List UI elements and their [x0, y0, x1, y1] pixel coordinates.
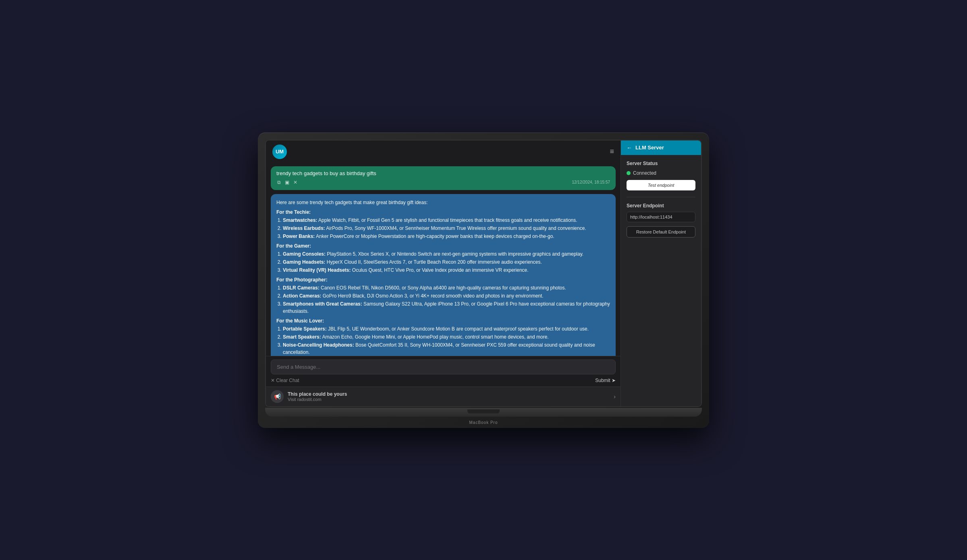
- laptop-brand-label: MacBook Pro: [265, 417, 702, 428]
- panel-content: Server Status Connected Test endpoint Se…: [621, 155, 701, 406]
- techie-item-2: Wireless Earbuds: AirPods Pro, Sony WF-1…: [283, 225, 610, 232]
- app-container: UM ≡ trendy tech gadgets to buy as birth…: [266, 141, 701, 406]
- ad-icon: 📢: [271, 390, 284, 403]
- user-message: trendy tech gadgets to buy as birthday g…: [271, 166, 616, 190]
- music-item-1: Portable Speakers: JBL Flip 5, UE Wonder…: [283, 325, 610, 333]
- laptop-shell: UM ≡ trendy tech gadgets to buy as birth…: [258, 132, 709, 428]
- restore-default-button[interactable]: Restore Default Endpoint: [627, 226, 695, 238]
- app-header: UM ≡: [266, 141, 620, 163]
- section-techie-title: For the Techie:: [276, 209, 610, 216]
- photo-item-1: DSLR Cameras: Canon EOS Rebel T8i, Nikon…: [283, 284, 610, 291]
- left-panel: UM ≡ trendy tech gadgets to buy as birth…: [266, 141, 620, 406]
- gamer-item-3: Virtual Reality (VR) Headsets: Oculus Qu…: [283, 267, 610, 274]
- panel-header: ← LLM Server: [621, 141, 701, 155]
- message-input[interactable]: [271, 360, 616, 374]
- gamer-item-2: Gaming Headsets: HyperX Cloud II, SteelS…: [283, 258, 610, 266]
- submit-button[interactable]: Submit ➤: [595, 378, 616, 383]
- input-toolbar: ✕ Clear Chat Submit ➤: [271, 378, 616, 383]
- photo-item-2: Action Cameras: GoPro Hero9 Black, DJI O…: [283, 292, 610, 300]
- edit-user-message-btn[interactable]: ▣: [284, 179, 290, 186]
- copy-user-message-btn[interactable]: ⧉: [276, 179, 282, 186]
- chat-area[interactable]: trendy tech gadgets to buy as birthday g…: [266, 163, 620, 356]
- music-item-2: Smart Speakers: Amazon Echo, Google Home…: [283, 333, 610, 341]
- divider: [627, 197, 695, 197]
- server-status-header: Server Status: [627, 161, 695, 166]
- ad-banner[interactable]: 📢 This place could be yours Visit radost…: [266, 386, 620, 406]
- gamer-item-1: Gaming Consoles: PlayStation 5, Xbox Ser…: [283, 250, 610, 258]
- endpoint-input[interactable]: [627, 212, 695, 222]
- music-item-3: Noise-Cancelling Headphones: Bose QuietC…: [283, 341, 610, 356]
- right-panel: ← LLM Server Server Status Connected Tes…: [620, 141, 701, 406]
- section-music-title: For the Music Lover:: [276, 317, 610, 324]
- user-message-timestamp: 12/12/2024, 18:15:57: [572, 180, 610, 184]
- photo-item-3: Smartphones with Great Cameras: Samsung …: [283, 300, 610, 315]
- back-arrow-icon[interactable]: ←: [627, 145, 632, 151]
- app-logo: UM: [272, 145, 287, 159]
- techie-item-1: Smartwatches: Apple Watch, Fitbit, or Fo…: [283, 217, 610, 224]
- user-message-actions: ⧉ ▣ ✕: [276, 179, 298, 186]
- laptop-notch: [467, 409, 500, 413]
- ad-title: This place could be yours: [288, 391, 610, 397]
- hamburger-icon[interactable]: ≡: [610, 147, 614, 156]
- endpoint-label: Server Endpoint: [627, 203, 695, 209]
- close-user-message-btn[interactable]: ✕: [293, 179, 298, 186]
- ad-subtitle: Visit radostit.com: [288, 397, 610, 402]
- message-meta: ⧉ ▣ ✕ 12/12/2024, 18:15:57: [276, 179, 610, 186]
- status-text: Connected: [633, 170, 656, 176]
- user-message-text: trendy tech gadgets to buy as birthday g…: [276, 170, 610, 176]
- status-dot: [627, 171, 631, 175]
- laptop-screen: UM ≡ trendy tech gadgets to buy as birth…: [265, 140, 702, 407]
- input-area: ✕ Clear Chat Submit ➤: [266, 356, 620, 386]
- section-gamer-title: For the Gamer:: [276, 242, 610, 250]
- panel-title: LLM Server: [635, 145, 664, 151]
- techie-item-3: Power Banks: Anker PowerCore or Mophie P…: [283, 233, 610, 240]
- ai-intro: Here are some trendy tech gadgets that m…: [276, 199, 610, 206]
- ai-message: Here are some trendy tech gadgets that m…: [271, 194, 616, 356]
- laptop-base: [265, 408, 702, 417]
- ad-chevron-icon: ›: [614, 393, 616, 400]
- ad-text: This place could be yours Visit radostit…: [288, 391, 610, 402]
- clear-chat-button[interactable]: ✕ Clear Chat: [271, 378, 299, 383]
- section-photographer-title: For the Photographer:: [276, 276, 610, 283]
- status-row: Connected: [627, 170, 695, 176]
- test-endpoint-button[interactable]: Test endpoint: [627, 180, 695, 190]
